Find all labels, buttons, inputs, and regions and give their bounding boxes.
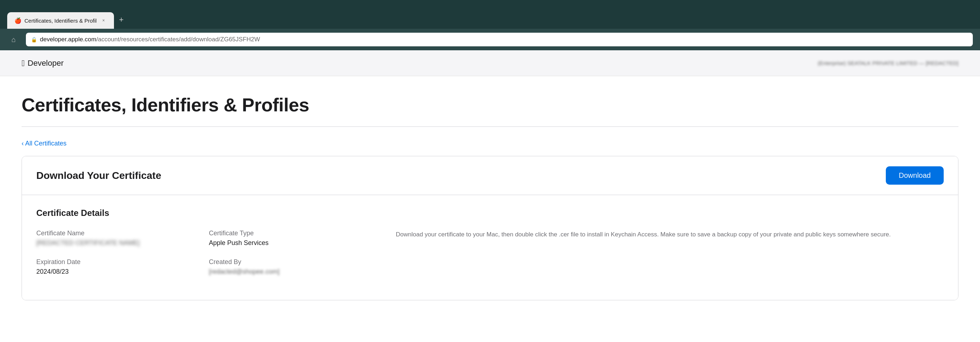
cert-type-field: Certificate Type Apple Push Services [209, 230, 367, 247]
cert-details-grid: Certificate Name [REDACTED CERTIFICATE N… [36, 230, 944, 287]
address-domain: developer.apple.com [40, 36, 96, 43]
lock-icon: 🔒 [31, 36, 37, 43]
page-content: Certificates, Identifiers & Profiles ‹ A… [0, 76, 980, 300]
cert-expiration-value: 2024/08/23 [36, 268, 194, 276]
browser-tab-bar: 🍎 Certificates, Identifiers & Profil × + [0, 0, 980, 29]
cert-expiration-field: Expiration Date 2024/08/23 [36, 258, 194, 276]
cert-col-right: Download your certificate to your Mac, t… [382, 230, 944, 287]
cert-name-value: [REDACTED CERTIFICATE NAME] [36, 239, 194, 247]
cert-card-title: Download Your Certificate [36, 170, 161, 181]
nav-right-section: (Enterprise) SEATALK PRIVATE LIMITED — [… [818, 60, 958, 66]
active-tab[interactable]: 🍎 Certificates, Identifiers & Profil × [7, 12, 114, 29]
address-bar[interactable]: 🔒 developer.apple.com/account/resources/… [26, 33, 973, 46]
cert-created-by-field: Created By [redacted@shopee.com] [209, 258, 367, 276]
cert-expiration-label: Expiration Date [36, 258, 194, 266]
certificate-card: Download Your Certificate Download Certi… [22, 156, 958, 300]
home-button[interactable]: ⌂ [7, 33, 20, 46]
apple-logo-icon:  [22, 58, 25, 68]
back-link-section: ‹ All Certificates [22, 127, 958, 156]
download-button[interactable]: Download [886, 166, 944, 185]
cert-name-field: Certificate Name [REDACTED CERTIFICATE N… [36, 230, 194, 247]
cert-name-label: Certificate Name [36, 230, 194, 237]
address-bar-row: ⌂ 🔒 developer.apple.com/account/resource… [0, 29, 980, 50]
cert-created-by-value: [redacted@shopee.com] [209, 268, 367, 276]
tab-close-button[interactable]: × [100, 17, 107, 24]
cert-card-header: Download Your Certificate Download [22, 156, 958, 195]
cert-details-section: Certificate Details Certificate Name [RE… [22, 195, 958, 300]
developer-nav-label: Developer [28, 59, 64, 68]
account-info-text: (Enterprise) SEATALK PRIVATE LIMITED — [… [818, 60, 958, 66]
tab-title: Certificates, Identifiers & Profil [24, 17, 97, 24]
cert-details-title: Certificate Details [36, 208, 944, 218]
tab-favicon: 🍎 [14, 17, 21, 24]
page-title: Certificates, Identifiers & Profiles [22, 94, 958, 116]
developer-nav-bar:  Developer (Enterprise) SEATALK PRIVATE… [0, 50, 980, 76]
page-title-section: Certificates, Identifiers & Profiles [22, 76, 958, 127]
cert-created-by-label: Created By [209, 258, 367, 266]
cert-col-middle: Certificate Type Apple Push Services Cre… [209, 230, 382, 287]
address-path: /account/resources/certificates/add/down… [96, 36, 260, 43]
cert-type-value: Apple Push Services [209, 239, 367, 247]
cert-instruction-text: Download your certificate to your Mac, t… [382, 230, 929, 239]
new-tab-button[interactable]: + [117, 13, 126, 27]
tab-list: 🍎 Certificates, Identifiers & Profil × + [7, 0, 126, 29]
cert-type-label: Certificate Type [209, 230, 367, 237]
address-text: developer.apple.com/account/resources/ce… [40, 36, 968, 43]
cert-col-left: Certificate Name [REDACTED CERTIFICATE N… [36, 230, 209, 287]
all-certificates-link[interactable]: ‹ All Certificates [22, 140, 958, 147]
